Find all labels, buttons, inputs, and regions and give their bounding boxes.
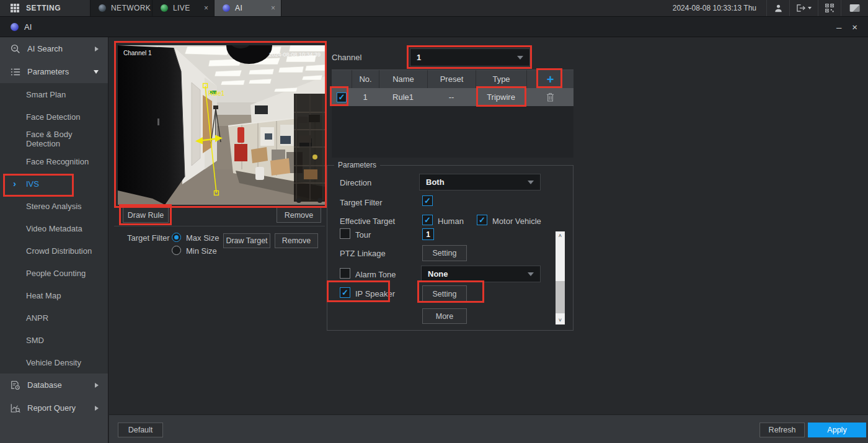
tour-input[interactable]: 1 <box>422 228 434 240</box>
sidebar-item-face-detection[interactable]: Face Detection <box>0 105 108 128</box>
tab-network[interactable]: NETWORK × <box>91 0 153 16</box>
sidebar-item-ivs[interactable]: › IVS <box>0 172 108 195</box>
sidebar-item-database[interactable]: Database <box>0 374 108 396</box>
sidebar-item-smd[interactable]: SMD <box>0 329 108 351</box>
max-size-radio[interactable] <box>172 233 181 242</box>
min-size-label: Min Size <box>186 246 217 256</box>
parameters-submenu: Smart Plan Face Detection Face & Body De… <box>0 83 108 374</box>
chevron-down-icon <box>528 272 534 276</box>
rule-row-checkbox[interactable]: ✓ <box>337 92 347 102</box>
table-row[interactable]: ✓ 1 Rule1 -- Tripwire <box>332 88 574 106</box>
tab-network-label: NETWORK <box>111 4 151 12</box>
draw-target-button[interactable]: Draw Target <box>223 233 270 248</box>
tour-label: Tour <box>355 230 371 239</box>
tab-live-close-icon[interactable]: × <box>204 4 208 12</box>
min-size-radio[interactable] <box>172 246 181 255</box>
sidebar-item-label: Database <box>27 380 88 390</box>
scroll-thumb[interactable] <box>556 281 565 313</box>
logout-button[interactable] <box>789 0 818 16</box>
sidebar: AI Search Parameters Smart Plan Face Det… <box>0 37 108 443</box>
add-rule-button[interactable]: + <box>526 70 574 88</box>
setting-label: SETTING <box>26 4 61 12</box>
col-name: Name <box>379 70 427 88</box>
default-button[interactable]: Default <box>118 423 163 437</box>
chevron-down-icon <box>528 181 534 184</box>
close-button[interactable]: × <box>852 22 857 32</box>
sidebar-item-video-metadata[interactable]: Video Metadata <box>0 217 108 239</box>
sidebar-item-face-recognition[interactable]: Face Recognition <box>0 150 108 172</box>
display-button[interactable] <box>841 0 868 16</box>
sidebar-item-stereo-analysis[interactable]: Stereo Analysis <box>0 195 108 217</box>
sidebar-item-parameters[interactable]: Parameters <box>0 60 108 83</box>
camera-preview[interactable]: Channel 1 2024-08-08 10:34:39 Rule1 <box>118 45 325 205</box>
chevron-right-icon <box>95 406 99 411</box>
sidebar-item-face-body-detection[interactable]: Face & Body Detection <box>0 128 108 150</box>
ip-speaker-checkbox[interactable]: ✓ <box>340 287 350 298</box>
target-filter-checkbox[interactable]: ✓ <box>422 195 433 206</box>
main-menu-grid-icon <box>11 4 19 12</box>
scroll-up-icon[interactable]: ˄ <box>556 231 565 240</box>
direction-select[interactable]: Both <box>419 174 541 190</box>
sidebar-item-crowd-distribution[interactable]: Crowd Distribution <box>0 239 108 262</box>
database-icon <box>10 380 20 390</box>
ip-speaker-setting-button[interactable]: Setting <box>422 285 467 302</box>
alarm-tone-select[interactable]: None <box>421 266 541 282</box>
system-datetime: 2024-08-08 10:33:13 Thu <box>673 0 766 16</box>
sidebar-item-report-query[interactable]: Report Query <box>0 396 108 419</box>
motor-vehicle-label: Motor Vehicle <box>492 217 541 226</box>
sidebar-item-people-counting[interactable]: People Counting <box>0 262 108 284</box>
user-button[interactable] <box>766 0 789 16</box>
more-button[interactable]: More <box>422 308 467 324</box>
minimize-button[interactable]: – <box>836 22 841 32</box>
sidebar-item-smart-plan[interactable]: Smart Plan <box>0 83 108 105</box>
sidebar-item-vehicle-density[interactable]: Vehicle Density <box>0 351 108 374</box>
tab-ai-close-icon[interactable]: × <box>271 4 275 12</box>
trash-bin <box>255 167 264 180</box>
sidebar-item-ai-search[interactable]: AI Search <box>0 37 108 60</box>
sidebar-item-label: AI Search <box>27 44 88 53</box>
plus-icon: + <box>547 73 554 86</box>
param-target-filter-label: Target Filter <box>340 198 383 207</box>
setting-menu-button[interactable]: SETTING <box>0 0 91 16</box>
effective-target-label: Effective Target <box>340 217 395 226</box>
divider <box>114 226 325 226</box>
parameters-legend: Parameters <box>334 161 380 169</box>
network-icon <box>99 4 106 12</box>
rule-table: No. Name Preset Type + ✓ 1 Rule1 -- Trip… <box>332 69 574 158</box>
max-size-label: Max Size <box>186 233 219 243</box>
sidebar-item-label: Parameters <box>27 67 87 76</box>
ptz-linkage-setting-button[interactable]: Setting <box>422 245 467 261</box>
topbar-right: 2024-08-08 10:33:13 Thu <box>673 0 868 16</box>
ai-icon <box>223 4 230 12</box>
remove-target-button[interactable]: Remove <box>275 233 318 248</box>
tab-ai[interactable]: AI × <box>215 0 281 16</box>
sidebar-item-anpr[interactable]: ANPR <box>0 307 108 329</box>
ip-speaker-label: IP Speaker <box>355 289 395 298</box>
refresh-button[interactable]: Refresh <box>760 423 805 437</box>
sidebar-item-label: Report Query <box>27 403 88 413</box>
alarm-tone-checkbox[interactable]: ✓ <box>340 268 350 279</box>
chevron-right-icon <box>95 383 99 388</box>
sidebar-item-heat-map[interactable]: Heat Map <box>0 284 108 307</box>
user-icon <box>774 4 783 13</box>
osd-timestamp: 2024-08-08 10:34:39 <box>268 51 321 58</box>
scroll-down-icon[interactable]: ˅ <box>556 316 565 324</box>
tour-checkbox[interactable]: ✓ <box>340 228 350 239</box>
active-pointer-icon: › <box>13 178 16 189</box>
draw-rule-button[interactable]: Draw Rule <box>123 207 169 223</box>
qr-code-button[interactable] <box>818 0 841 16</box>
apply-button[interactable]: Apply <box>808 423 866 437</box>
dark-cabinet <box>118 45 185 205</box>
scrollbar[interactable]: ˄ ˅ <box>556 231 565 324</box>
tab-ai-label: AI <box>235 4 266 12</box>
channel-select[interactable]: 1 <box>410 48 530 66</box>
rule-name-label: Rule1 <box>208 90 225 97</box>
delete-rule-button[interactable] <box>526 92 574 102</box>
logout-icon <box>796 4 806 12</box>
remove-rule-button[interactable]: Remove <box>277 207 321 223</box>
chevron-down-icon <box>94 70 99 74</box>
motor-vehicle-checkbox[interactable]: ✓ <box>477 215 487 225</box>
chevron-down-icon <box>517 56 523 60</box>
human-checkbox[interactable]: ✓ <box>422 215 433 225</box>
tab-live[interactable]: LIVE × <box>153 0 215 16</box>
